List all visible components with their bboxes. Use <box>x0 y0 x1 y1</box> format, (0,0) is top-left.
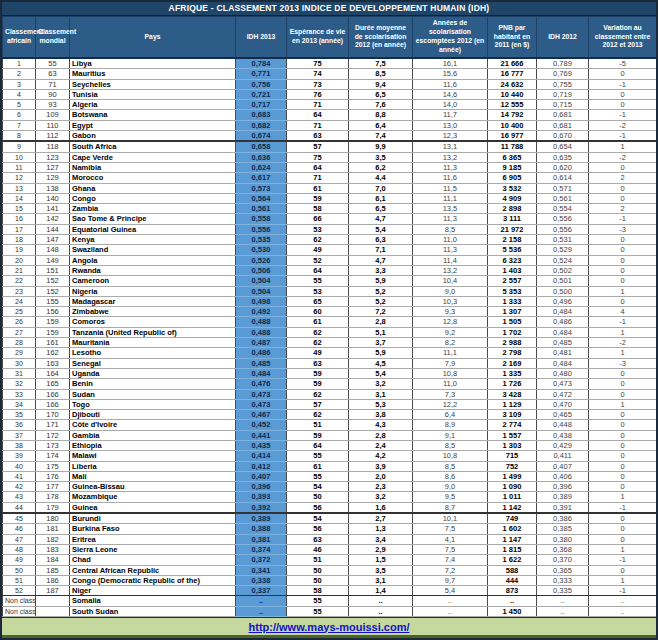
cell: 0,561 <box>236 204 287 214</box>
cell: 1 602 <box>488 524 537 534</box>
cell: 0 <box>589 420 657 430</box>
cell: 0 <box>589 389 657 399</box>
cell: 0,531 <box>537 235 589 245</box>
cell: 13,1 <box>413 141 488 152</box>
cell: 6,4 <box>413 410 488 420</box>
cell: 49 <box>287 348 349 358</box>
cell: 9,0 <box>413 286 488 296</box>
table-row: 42177Guinea-Bissau0,396542,39,01 0900,39… <box>3 482 657 492</box>
cell: 147 <box>36 235 70 245</box>
cell: 163 <box>36 358 70 368</box>
cell: 2 158 <box>488 235 537 245</box>
cell: 152 <box>36 286 70 296</box>
cell: 54 <box>287 482 349 492</box>
cell: 1 <box>589 141 657 152</box>
cell: 5,2 <box>349 286 413 296</box>
cell: 142 <box>36 214 70 224</box>
cell: 4 <box>3 89 36 99</box>
country-cell: Senegal <box>70 358 236 368</box>
cell: 31 <box>3 368 36 378</box>
country-cell: Côte d'Ivoire <box>70 420 236 430</box>
cell: 1 307 <box>488 307 537 317</box>
cell: 0 <box>589 89 657 99</box>
cell: .. <box>413 606 488 616</box>
cell: 32 <box>3 379 36 389</box>
cell: 7,3 <box>413 389 488 399</box>
cell: 187 <box>36 586 70 596</box>
cell: 26 <box>3 317 36 327</box>
cell: 5,9 <box>349 276 413 286</box>
source-link[interactable]: http://www.mays-mouissi.com/ <box>249 621 410 633</box>
cell: 2,7 <box>349 513 413 524</box>
cell: 43 <box>3 492 36 502</box>
cell: 4,4 <box>349 173 413 183</box>
cell: 0,435 <box>236 440 287 450</box>
table-row: 45180Burundi0,389542,710,17490,3860 <box>3 513 657 524</box>
cell: 0,755 <box>537 79 589 89</box>
country-cell: Cameroon <box>70 276 236 286</box>
country-cell: Mauritius <box>70 69 236 79</box>
cell: 2 557 <box>488 276 537 286</box>
cell: 1 129 <box>488 399 537 409</box>
cell: 144 <box>36 224 70 234</box>
cell: 185 <box>36 565 70 575</box>
cell: 0,473 <box>537 379 589 389</box>
cell: 8,5 <box>349 69 413 79</box>
cell: 182 <box>36 534 70 544</box>
table-row: 38173Ethiopia0,435642,48,51 3030,4290 <box>3 440 657 450</box>
cell: 3,2 <box>349 379 413 389</box>
table-row: 155Libya0,784757,516,121 6660,789-5 <box>3 58 657 69</box>
cell: 127 <box>36 162 70 172</box>
country-cell: Kenya <box>70 235 236 245</box>
cell: 178 <box>36 492 70 502</box>
cell: -1 <box>589 317 657 327</box>
cell: 50 <box>287 575 349 585</box>
cell: 6,4 <box>349 120 413 130</box>
cell: 0 <box>589 162 657 172</box>
cell: 22 <box>3 276 36 286</box>
table-row: 16142Sao Tome & Principe0,558664,711,33 … <box>3 214 657 224</box>
cell: 59 <box>287 430 349 440</box>
cell: 588 <box>488 565 537 575</box>
cell: 16 977 <box>488 131 537 142</box>
cell: 170 <box>36 410 70 420</box>
table-row: 37172Gambia0,441592,89,11 5570,4380 <box>3 430 657 440</box>
table-row: 21151Rwanda0,506643,313,21 4030,5020 <box>3 265 657 275</box>
cell: 1 147 <box>488 534 537 544</box>
cell: 0,470 <box>537 399 589 409</box>
cell: 112 <box>36 131 70 142</box>
cell: 1 815 <box>488 544 537 554</box>
cell: 0,674 <box>236 131 287 142</box>
table-row: 6109Botswana0,683648,811,714 7920,681-1 <box>3 110 657 120</box>
cell: 34 <box>3 399 36 409</box>
table-row: 46181Burkina Faso0,388561,37,51 6020,385… <box>3 524 657 534</box>
cell: 71 <box>36 79 70 89</box>
country-cell: Comoros <box>70 317 236 327</box>
cell: 752 <box>488 461 537 471</box>
cell: 10,8 <box>413 368 488 378</box>
cell: .. <box>236 596 287 606</box>
cell: 65 <box>287 296 349 306</box>
cell: 0,614 <box>537 173 589 183</box>
cell: 7,5 <box>349 58 413 69</box>
cell: 0,715 <box>537 100 589 110</box>
cell: 7,0 <box>349 183 413 193</box>
table-row: 371Seychelles0,756739,411,624 6320,755-1 <box>3 79 657 89</box>
cell: 1 450 <box>488 606 537 616</box>
cell: 4,1 <box>413 534 488 544</box>
cell: 0,365 <box>537 565 589 575</box>
cell: 8,5 <box>413 461 488 471</box>
table-row: 263Mauritius0,771748,515,616 7770,7690 <box>3 69 657 79</box>
cell: 3 109 <box>488 410 537 420</box>
cell: 33 <box>3 389 36 399</box>
cell: 175 <box>36 461 70 471</box>
cell: 9 185 <box>488 162 537 172</box>
header-variation-classement: Variation au classement entre 2012 et 20… <box>589 17 657 59</box>
cell: 11,1 <box>413 193 488 203</box>
country-cell: Chad <box>70 555 236 565</box>
cell: 1 505 <box>488 317 537 327</box>
cell: 11 <box>3 162 36 172</box>
cell: 1,5 <box>349 555 413 565</box>
cell: 2,9 <box>349 544 413 554</box>
country-cell: Burkina Faso <box>70 524 236 534</box>
